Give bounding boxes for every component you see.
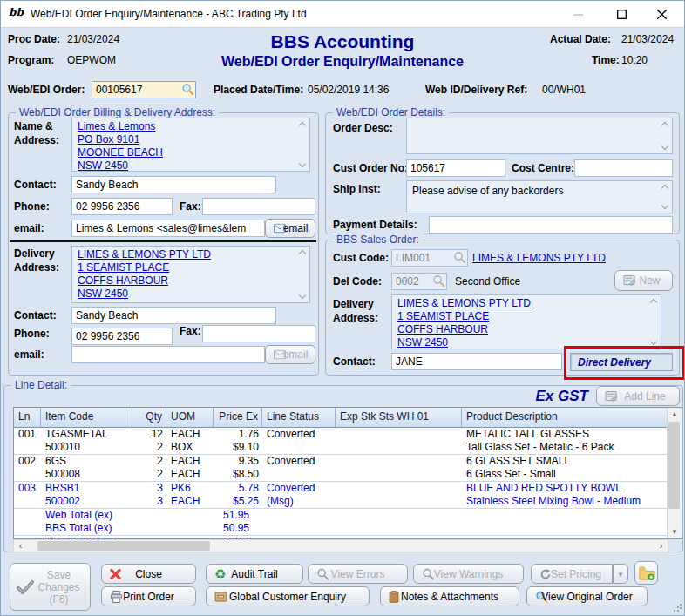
horizontal-scrollbar[interactable]: ‹ ›	[13, 539, 668, 552]
del-code-search-icon[interactable]	[432, 274, 445, 291]
col-line-status[interactable]: Line Status	[262, 408, 336, 427]
view-original-order-button[interactable]: View Original Order	[526, 586, 648, 606]
billing-phone-input[interactable]	[71, 198, 173, 215]
hscroll-thumb[interactable]	[37, 541, 210, 551]
billing-address-link[interactable]: MOONEE BEACH	[78, 146, 294, 159]
delivery-address-label-2: Address:	[14, 261, 59, 274]
view-errors-button[interactable]: View Errors	[308, 564, 408, 584]
view-warnings-button[interactable]: View Warnings	[413, 564, 524, 584]
col-uom[interactable]: UOM	[166, 408, 214, 427]
billing-fax-label: Fax:	[180, 200, 201, 213]
time-label: Time:	[592, 54, 620, 66]
sales-address-link[interactable]: 1 SEAMIST PLACE	[397, 310, 645, 323]
resize-grip[interactable]	[673, 604, 682, 613]
ship-inst-label: Ship Inst:	[333, 183, 381, 195]
delivery-fax-label: Fax:	[180, 325, 201, 337]
view-original-order-label: View Original Order	[527, 591, 647, 603]
table-row[interactable]: 001TGASMETAL12EACH1.76ConvertedMETALIC T…	[14, 428, 682, 441]
billing-fax-input[interactable]	[202, 198, 315, 215]
sales-address-link[interactable]: COFFS HARBOUR	[397, 323, 645, 336]
sales-contact-input[interactable]	[391, 353, 562, 370]
order-details-group: Web/EDI Order Details: Order Desc: Cust …	[325, 112, 680, 234]
cust-name-link[interactable]: LIMES & LEMONS PTY LTD	[472, 252, 606, 265]
sales-address-box[interactable]: LIMES & LEMONS PTY LTD 1 SEAMIST PLACE C…	[391, 294, 661, 349]
new-button[interactable]: New	[614, 270, 673, 291]
cust-code-search-icon[interactable]	[453, 251, 466, 267]
payment-details-input[interactable]	[429, 216, 673, 234]
title-bar: bb Web/EDI Order Enquiry/Maintenance - A…	[1, 1, 684, 28]
vscroll-thumb[interactable]	[668, 422, 680, 509]
audit-trail-button[interactable]: ♻ Audit Trail	[206, 564, 303, 584]
delivery-email-button[interactable]: email	[265, 345, 315, 364]
billing-contact-input[interactable]	[71, 176, 276, 193]
webedi-order-input[interactable]	[92, 81, 196, 98]
close-window-button[interactable]	[642, 1, 681, 27]
maximize-button[interactable]	[602, 1, 641, 27]
delivery-fax-input[interactable]	[202, 325, 315, 342]
billing-address-link[interactable]: NSW 2450	[78, 159, 294, 172]
set-pricing-button[interactable]: Set Pricing	[531, 564, 613, 584]
window-title: Web/EDI Order Enquiry/Maintenance - ABC …	[31, 8, 307, 20]
print-order-button[interactable]: Print Order	[101, 586, 196, 606]
delivery-address-link[interactable]: COFFS HARBOUR	[78, 274, 294, 288]
col-item-code[interactable]: Item Code	[41, 408, 132, 427]
del-code-field	[391, 273, 447, 290]
global-customer-enquiry-button[interactable]: Global Customer Enquiry	[206, 586, 370, 606]
close-button[interactable]: Close	[101, 564, 196, 584]
delivery-address-link[interactable]: LIMES & LEMONS PTY LTD	[78, 248, 294, 261]
name-address-label-2: Address:	[14, 134, 59, 146]
cost-centre-label: Cost Centre:	[512, 162, 574, 174]
table-row[interactable]: 003BRSB13PK65.78ConvertedBLUE AND RED SP…	[14, 482, 682, 495]
scroll-down-icon[interactable]	[661, 202, 668, 209]
save-changes-button[interactable]: Save Changes (F6)	[10, 563, 91, 611]
ship-inst-box[interactable]: Please advise of any backorders	[406, 180, 673, 213]
cost-centre-input[interactable]	[574, 159, 673, 177]
sales-address-link[interactable]: NSW 2450	[397, 336, 645, 349]
scroll-right-arrow[interactable]: ›	[654, 540, 668, 552]
scroll-down-icon[interactable]	[661, 143, 668, 150]
app-window: bb Web/EDI Order Enquiry/Maintenance - A…	[0, 0, 685, 616]
scroll-up-arrow[interactable]: ▲	[668, 408, 682, 421]
cust-order-no-input[interactable]	[406, 159, 505, 177]
col-qty[interactable]: Qty	[132, 408, 166, 427]
close-label: Close	[102, 568, 195, 580]
add-line-button[interactable]: Add Line	[596, 386, 680, 406]
scroll-up-icon[interactable]	[661, 122, 668, 129]
order-desc-box[interactable]	[406, 118, 673, 154]
sales-order-group: BBS Sales Order: Cust Code: LIMES & LEMO…	[325, 240, 680, 376]
notes-attachments-button[interactable]: Notes & Attachments	[380, 586, 519, 606]
actual-date-label: Actual Date:	[550, 33, 611, 45]
billing-email-button[interactable]: email	[265, 219, 315, 238]
billing-address-link[interactable]: PO Box 9101	[78, 133, 294, 146]
delivery-contact-input[interactable]	[71, 307, 276, 324]
col-ln[interactable]: Ln	[14, 408, 41, 427]
scroll-left-arrow[interactable]: ‹	[14, 540, 27, 552]
sales-address-link[interactable]: LIMES & LEMONS PTY LTD	[397, 297, 645, 310]
col-product-desc[interactable]: Product Description	[462, 408, 682, 427]
delivery-phone-input[interactable]	[71, 328, 173, 345]
open-folder-button[interactable]	[634, 561, 658, 585]
vertical-scrollbar[interactable]: ▲ ▼	[667, 408, 682, 538]
billing-address-link[interactable]: Limes & Lemons	[78, 120, 294, 133]
set-pricing-label: Set Pricing	[532, 568, 612, 580]
col-exp-stk[interactable]: Exp Stk Sts WH 01	[336, 408, 462, 427]
delivery-address-link[interactable]: NSW 2450	[78, 288, 294, 301]
table-row[interactable]: 5000082EACH$8.506 Glass Set - Small	[14, 468, 682, 482]
set-pricing-dropdown[interactable]: ▼	[613, 564, 628, 584]
scroll-down-arrow[interactable]: ▼	[668, 525, 682, 538]
line-items-table: Ln Item Code Qty UOM Price Ex Line Statu…	[13, 407, 682, 539]
table-row[interactable]: 5000102BOX$9.10Tall Glass Set - Metalic …	[14, 441, 682, 455]
table-row[interactable]: 0026GS2EACH9.35Converted6 GLASS SET SMAL…	[14, 455, 682, 468]
col-price-ex[interactable]: Price Ex	[214, 408, 262, 427]
table-row[interactable]: 5000023EACH$5.25(Msg)Stainless Steel Mix…	[14, 495, 682, 509]
minimize-button[interactable]	[559, 1, 597, 27]
delivery-email-button-label: email	[266, 349, 315, 361]
delivery-address-box[interactable]: LIMES & LEMONS PTY LTD 1 SEAMIST PLACE C…	[71, 246, 310, 303]
billing-email-input[interactable]	[71, 220, 265, 237]
delivery-address-link[interactable]: 1 SEAMIST PLACE	[78, 261, 294, 274]
billing-address-box[interactable]: Limes & Lemons PO Box 9101 MOONEE BEACH …	[71, 118, 310, 172]
delivery-email-input[interactable]	[71, 346, 265, 363]
order-search-icon[interactable]	[181, 83, 194, 99]
view-warnings-label: View Warnings	[414, 568, 523, 580]
actual-date-value: 21/03/2024	[621, 33, 674, 45]
